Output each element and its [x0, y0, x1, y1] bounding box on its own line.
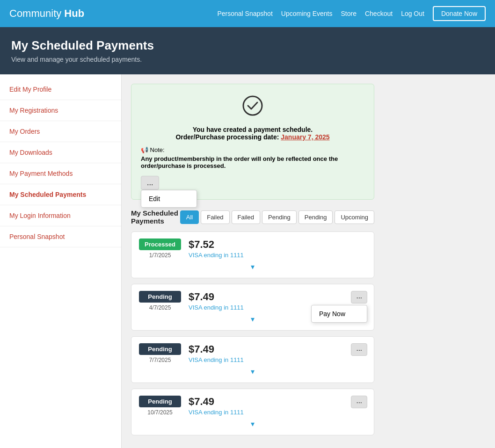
payment-card-sub-3: VISA ending in 1111 — [189, 356, 244, 363]
tab-failed-1[interactable]: Failed — [201, 210, 229, 224]
tab-all[interactable]: All — [180, 210, 199, 224]
payment-card-1: Processed 1/7/2025 $7.52 VISA ending in … — [131, 231, 374, 278]
nav-upcoming-events[interactable]: Upcoming Events — [281, 10, 333, 17]
notice-note-label: 📢 Note: — [141, 146, 364, 153]
nav-checkout[interactable]: Checkout — [365, 10, 393, 17]
payment-card-2-status-col: Pending 4/7/2025 — [139, 291, 181, 311]
notice-line2-prefix: Order/Purchase processing date: — [175, 133, 281, 141]
tabs-list: All Failed Failed Pending Pending Upcomi… — [180, 210, 374, 224]
svg-point-0 — [243, 96, 262, 115]
tab-failed-2[interactable]: Failed — [232, 210, 260, 224]
pay-now-button[interactable]: Pay Now — [312, 305, 367, 322]
notice-text: You have created a payment schedule. Ord… — [141, 126, 364, 141]
payment-card-2: Pending 4/7/2025 $7.49 VISA ending in 11… — [131, 284, 374, 331]
payment-card-sub-4: VISA ending in 1111 — [189, 409, 244, 416]
payment-card-1-details: $7.52 VISA ending in 1111 — [189, 238, 244, 259]
notice-date-link[interactable]: January 7, 2025 — [281, 133, 329, 141]
payment-card-4-top: Pending 10/7/2025 $7.49 VISA ending in 1… — [139, 396, 366, 416]
payment-amount-4: $7.49 — [189, 396, 244, 408]
notice-dots-button[interactable]: ... — [141, 176, 159, 190]
top-nav: Community Hub Personal Snapshot Upcoming… — [0, 0, 495, 27]
card-more-button-3[interactable]: ··· — [351, 343, 367, 356]
status-badge-pending-4: Pending — [139, 396, 181, 407]
payment-card-3: Pending 7/7/2025 $7.49 VISA ending in 11… — [131, 336, 374, 383]
nav-personal-snapshot[interactable]: Personal Snapshot — [217, 10, 272, 17]
sidebar-item-scheduled-payments[interactable]: My Scheduled Payments — [0, 184, 121, 205]
sidebar-item-registrations[interactable]: My Registrations — [0, 100, 121, 121]
expand-icon-4[interactable]: ▾ — [139, 416, 366, 428]
sidebar-item-orders[interactable]: My Orders — [0, 121, 121, 142]
tabs-title: My ScheduledPayments — [131, 209, 178, 225]
payment-date-4: 10/7/2025 — [147, 409, 172, 416]
layout: Edit My Profile My Registrations My Orde… — [0, 74, 495, 448]
payment-card-sub-2: VISA ending in 1111 — [189, 304, 244, 311]
edit-button[interactable]: Edit — [141, 190, 197, 207]
tabs-section: My ScheduledPayments All Failed Failed P… — [131, 209, 374, 435]
payment-card-4-details: $7.49 VISA ending in 1111 — [189, 396, 244, 416]
nav-store[interactable]: Store — [341, 10, 357, 17]
page-header: My Scheduled Payments View and manage yo… — [0, 27, 495, 74]
card-more-button-4[interactable]: ··· — [351, 396, 367, 408]
nav-links: Personal Snapshot Upcoming Events Store … — [217, 6, 486, 21]
main-content: You have created a payment schedule. Ord… — [122, 74, 495, 448]
payment-card-3-details: $7.49 VISA ending in 1111 — [189, 343, 244, 363]
payment-date-3: 7/7/2025 — [149, 357, 171, 363]
page-title: My Scheduled Payments — [11, 38, 484, 53]
sidebar-item-edit-profile[interactable]: Edit My Profile — [0, 79, 121, 100]
payment-card-4: Pending 10/7/2025 $7.49 VISA ending in 1… — [131, 389, 374, 435]
logo-bold: Hub — [64, 7, 84, 19]
status-badge-pending-3: Pending — [139, 343, 181, 355]
payment-date-1: 1/7/2025 — [149, 252, 171, 259]
logo: Community Hub — [9, 7, 84, 20]
payment-card-4-status-col: Pending 10/7/2025 — [139, 396, 181, 416]
payment-card-1-status-col: Processed 1/7/2025 — [139, 238, 181, 259]
tab-pending-2[interactable]: Pending — [298, 210, 333, 224]
tab-upcoming[interactable]: Upcoming — [335, 210, 374, 224]
payment-card-sub-1: VISA ending in 1111 — [189, 252, 244, 259]
payment-card-3-status-col: Pending 7/7/2025 — [139, 343, 181, 363]
status-badge-processed: Processed — [139, 238, 181, 250]
payment-amount-1: $7.52 — [189, 238, 244, 251]
payment-date-2: 4/7/2025 — [149, 304, 171, 311]
sidebar-item-personal-snapshot[interactable]: Personal Snapshot — [0, 226, 121, 247]
payment-card-1-top: Processed 1/7/2025 $7.52 VISA ending in … — [139, 238, 366, 259]
tab-pending-1[interactable]: Pending — [262, 210, 297, 224]
nav-logout[interactable]: Log Out — [401, 10, 424, 17]
payment-card-2-details: $7.49 VISA ending in 1111 — [189, 291, 244, 311]
payment-amount-3: $7.49 — [189, 343, 244, 355]
expand-icon-1[interactable]: ▾ — [139, 259, 366, 271]
notice-box: You have created a payment schedule. Ord… — [131, 84, 374, 200]
sidebar: Edit My Profile My Registrations My Orde… — [0, 74, 122, 448]
notice-note-body: Any product/membership in the order will… — [141, 155, 364, 169]
check-circle-icon — [141, 95, 364, 120]
status-badge-pending-2: Pending — [139, 291, 181, 303]
payment-card-3-top: Pending 7/7/2025 $7.49 VISA ending in 11… — [139, 343, 366, 363]
sidebar-item-downloads[interactable]: My Downloads — [0, 142, 121, 163]
payment-amount-2: $7.49 — [189, 291, 244, 303]
page-subtitle: View and manage your scheduled payments. — [11, 56, 484, 63]
expand-icon-3[interactable]: ▾ — [139, 363, 366, 376]
tabs-header: My ScheduledPayments All Failed Failed P… — [131, 209, 374, 225]
sidebar-item-login-info[interactable]: My Login Information — [0, 205, 121, 226]
logo-normal: Community — [9, 7, 64, 19]
pay-now-dropdown: Pay Now — [311, 305, 367, 323]
card-more-button-2[interactable]: ··· — [351, 291, 367, 303]
sidebar-item-payment-methods[interactable]: My Payment Methods — [0, 163, 121, 184]
notice-dropdown: Edit — [141, 190, 197, 208]
notice-line1: You have created a payment schedule. — [193, 126, 313, 133]
donate-button[interactable]: Donate Now — [433, 6, 486, 21]
